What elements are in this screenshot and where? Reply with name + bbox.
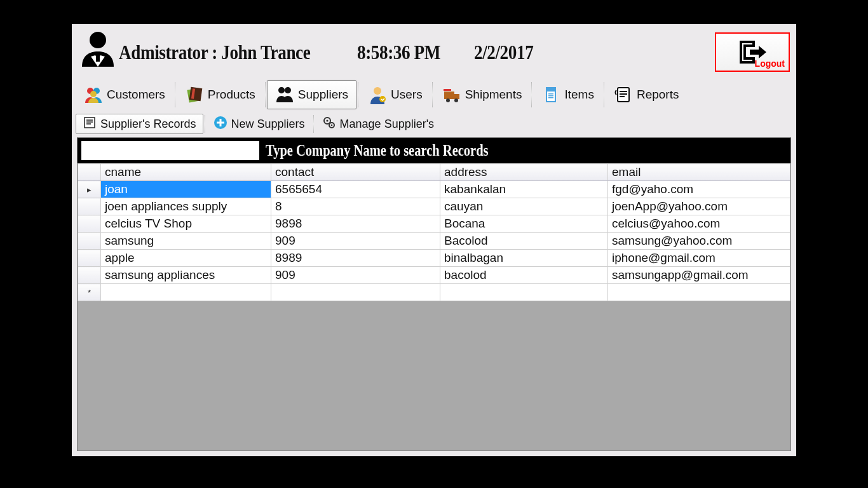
svg-point-4 — [90, 91, 97, 97]
row-indicator — [78, 215, 101, 233]
svg-point-0 — [90, 32, 106, 48]
svg-point-11 — [379, 96, 386, 102]
table-header-row: cname contact address email — [78, 164, 790, 181]
nav-separator — [358, 82, 358, 107]
cell-cname[interactable]: joen appliances supply — [101, 198, 271, 215]
suppliers-icon — [275, 85, 294, 104]
cell-contact[interactable]: 8989 — [271, 250, 440, 267]
nav-suppliers[interactable]: Suppliers — [267, 80, 356, 109]
cell-cname[interactable]: celcius TV Shop — [101, 215, 271, 233]
gear-icon — [322, 116, 336, 133]
subnav-label: New Suppliers — [231, 118, 305, 131]
cell-contact[interactable]: 6565654 — [271, 181, 440, 198]
col-header-address[interactable]: address — [440, 164, 608, 181]
cell-empty[interactable] — [440, 284, 608, 301]
nav-shipments[interactable]: Shipments — [434, 80, 531, 109]
subnav-new-suppliers[interactable]: New Suppliers — [207, 114, 312, 134]
cell-empty[interactable] — [101, 284, 271, 301]
nav-separator — [265, 82, 266, 107]
svg-point-8 — [278, 87, 285, 93]
subnav-manage-suppliers[interactable]: Manage Supplier's — [315, 114, 442, 134]
cell-contact[interactable]: 909 — [271, 233, 440, 250]
svg-rect-19 — [548, 93, 553, 95]
subnav-label: Manage Supplier's — [340, 118, 435, 131]
clock-date: 2/2/2017 — [474, 41, 533, 64]
table-row[interactable]: ▸joan6565654kabankalanfgd@yaho.com — [78, 181, 790, 198]
nav-items[interactable]: Items — [533, 80, 602, 109]
cell-email[interactable]: fgd@yaho.com — [608, 181, 790, 198]
clock-time: 8:58:36 PM — [357, 41, 440, 64]
cell-address[interactable]: Bocana — [440, 215, 608, 233]
reports-icon — [614, 85, 633, 104]
svg-rect-16 — [444, 89, 451, 91]
cell-address[interactable]: kabankalan — [440, 181, 608, 198]
cell-email[interactable]: samsung@yahoo.com — [608, 233, 790, 250]
search-input[interactable] — [81, 141, 259, 160]
subnav-separator — [313, 115, 314, 133]
nav-reports[interactable]: Reports — [606, 80, 688, 109]
cell-address[interactable]: binalbagan — [440, 250, 608, 267]
nav-label: Users — [391, 88, 423, 102]
col-header-contact[interactable]: contact — [271, 164, 440, 181]
cell-empty[interactable] — [608, 284, 790, 301]
subnav-suppliers-records[interactable]: Supplier's Records — [76, 114, 203, 134]
table-new-row[interactable]: * — [78, 284, 790, 301]
svg-rect-1 — [96, 55, 100, 62]
logout-label: Logout — [755, 58, 785, 69]
logout-button[interactable]: Logout — [715, 32, 790, 72]
nav-label: Shipments — [465, 88, 522, 102]
nav-users[interactable]: Users — [360, 80, 431, 109]
nav-label: Customers — [107, 88, 165, 102]
table-row[interactable]: joen appliances supply8cauyanjoenApp@yah… — [78, 198, 790, 215]
cell-email[interactable]: joenApp@yahoo.com — [608, 198, 790, 215]
cell-contact[interactable]: 909 — [271, 267, 440, 284]
content-panel: Type Company Name to search Records cnam… — [77, 137, 791, 451]
row-new-indicator: * — [78, 284, 101, 301]
cell-empty[interactable] — [271, 284, 440, 301]
row-header-corner — [78, 164, 101, 181]
row-indicator — [78, 250, 101, 267]
cell-cname[interactable]: samsung — [101, 233, 271, 250]
sub-nav: Supplier's Records New Suppliers Manage … — [72, 112, 796, 136]
search-bar: Type Company Name to search Records — [78, 138, 790, 163]
svg-point-26 — [326, 119, 328, 121]
nav-label: Reports — [637, 88, 679, 102]
cell-cname[interactable]: apple — [101, 250, 271, 267]
svg-rect-23 — [85, 118, 95, 128]
nav-separator — [175, 82, 175, 107]
header-bar: Admistrator : John Trance 8:58:36 PM 2/2… — [72, 24, 796, 78]
cell-address[interactable]: cauyan — [440, 198, 608, 215]
records-icon — [83, 116, 97, 133]
cell-email[interactable]: celcius@yahoo.com — [608, 215, 790, 233]
cell-address[interactable]: Bacolod — [440, 233, 608, 250]
svg-point-9 — [285, 87, 291, 93]
cell-cname[interactable]: samsung appliances — [101, 267, 271, 284]
cell-address[interactable]: bacolod — [440, 267, 608, 284]
add-icon — [214, 116, 227, 133]
nav-customers[interactable]: Customers — [76, 80, 173, 109]
col-header-email[interactable]: email — [608, 164, 790, 181]
table-row[interactable]: samsung appliances909bacolodsamsungapp@g… — [78, 267, 790, 284]
svg-rect-20 — [548, 95, 553, 97]
nav-products[interactable]: Products — [177, 80, 264, 109]
table-row[interactable]: celcius TV Shop9898Bocanacelcius@yahoo.c… — [78, 215, 790, 233]
row-indicator — [78, 267, 101, 284]
subnav-label: Supplier's Records — [100, 118, 196, 131]
cell-email[interactable]: samsungapp@gmail.com — [608, 267, 790, 284]
cell-email[interactable]: iphone@gmail.com — [608, 250, 790, 267]
cell-contact[interactable]: 9898 — [271, 215, 440, 233]
app-window: Admistrator : John Trance 8:58:36 PM 2/2… — [72, 24, 796, 456]
cell-contact[interactable]: 8 — [271, 198, 440, 215]
cell-cname[interactable]: joan — [101, 181, 271, 198]
admin-label: Admistrator : John Trance — [119, 41, 310, 64]
col-header-cname[interactable]: cname — [101, 164, 271, 181]
data-grid[interactable]: cname contact address email ▸joan6565654… — [78, 163, 790, 301]
row-indicator — [78, 198, 101, 215]
nav-label: Items — [564, 88, 593, 102]
nav-separator — [432, 82, 433, 107]
svg-point-15 — [454, 98, 458, 102]
row-indicator: ▸ — [78, 181, 101, 198]
table-row[interactable]: samsung909Bacolodsamsung@yahoo.com — [78, 233, 790, 250]
svg-rect-12 — [444, 92, 454, 99]
table-row[interactable]: apple8989binalbaganiphone@gmail.com — [78, 250, 790, 267]
